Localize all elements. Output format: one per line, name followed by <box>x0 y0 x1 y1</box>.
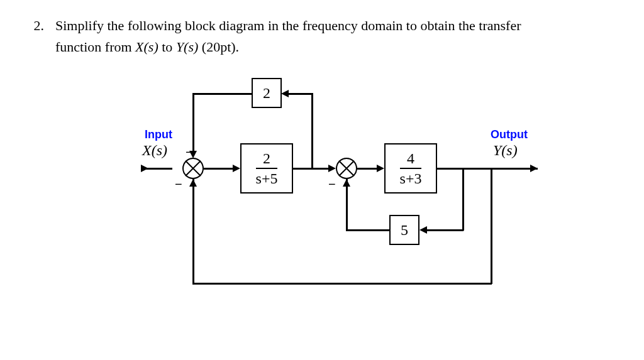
arrow-outerfb-into-sum1 <box>189 179 197 187</box>
wire-topfb-down <box>192 93 194 152</box>
wire-g1-s2 <box>293 168 331 170</box>
wire-g2-out <box>437 168 538 170</box>
wire-s2-g2 <box>357 168 379 170</box>
arrow-innerfb-into-block <box>419 226 427 234</box>
feedback-top-gain: 2 <box>263 85 270 102</box>
g1-num: 2 <box>263 151 270 168</box>
inner-fb-gain: 5 <box>401 222 408 239</box>
sign-sum2-bot: − <box>328 177 336 192</box>
arrow-g1-s2 <box>328 165 336 172</box>
g2-den: s+3 <box>400 168 422 186</box>
problem-text-line2c: (20pt). <box>198 39 239 55</box>
wire-innerfb-down <box>462 168 464 231</box>
wire-outerfb-down <box>491 168 492 284</box>
problem-text-line1: Simplify the following block diagram in … <box>55 18 521 33</box>
summing-junction-2 <box>336 158 357 179</box>
g1-den: s+5 <box>256 168 278 186</box>
input-signal: X(s) <box>142 142 167 159</box>
output-label: Output <box>491 128 528 141</box>
sign-sum1-bot: − <box>175 177 182 192</box>
wire-innerfb-up <box>346 179 348 231</box>
arrow-innerfb-into-sum2 <box>343 179 350 187</box>
wire-innerfb-to-block <box>426 229 464 231</box>
inline-Y: Y(s) <box>176 39 198 55</box>
problem-text: Simplify the following block diagram in … <box>55 15 606 58</box>
output-signal: Y(s) <box>493 142 518 159</box>
arrow-topfb-into-sum1 <box>189 151 197 158</box>
problem-text-line2b: to <box>158 39 176 55</box>
block-inner-feedback: 5 <box>389 215 419 245</box>
block-diagram: Input X(s) Output Y(s) − − 2 s+5 − <box>88 77 553 341</box>
arrow-s1-g1 <box>233 165 240 172</box>
wire-innerfb-left <box>346 229 389 231</box>
block-g2: 4 s+3 <box>384 143 437 194</box>
wire-s1-g1 <box>204 168 235 170</box>
arrow-input <box>141 165 148 172</box>
g2-num: 4 <box>407 151 414 168</box>
wire-outerfb-up <box>192 179 194 284</box>
input-label: Input <box>145 128 172 141</box>
problem-statement: 2. Simplify the following block diagram … <box>31 15 606 58</box>
problem-text-line2a: function from <box>55 39 135 55</box>
block-feedback-top: 2 <box>252 78 282 108</box>
page: 2. Simplify the following block diagram … <box>0 0 644 356</box>
arrow-s2-g2 <box>377 165 384 172</box>
problem-number: 2. <box>31 15 44 58</box>
wire-topfb-left <box>192 93 252 95</box>
arrow-output <box>530 165 538 172</box>
wire-outerfb-bottom <box>192 283 492 285</box>
wire-topfb-up <box>311 93 313 168</box>
summing-junction-1 <box>182 158 204 179</box>
inline-X: X(s) <box>135 39 158 55</box>
arrow-topfb-into-block <box>281 90 289 97</box>
wire-topfb-to-block <box>287 93 313 95</box>
block-g1: 2 s+5 <box>240 143 293 194</box>
